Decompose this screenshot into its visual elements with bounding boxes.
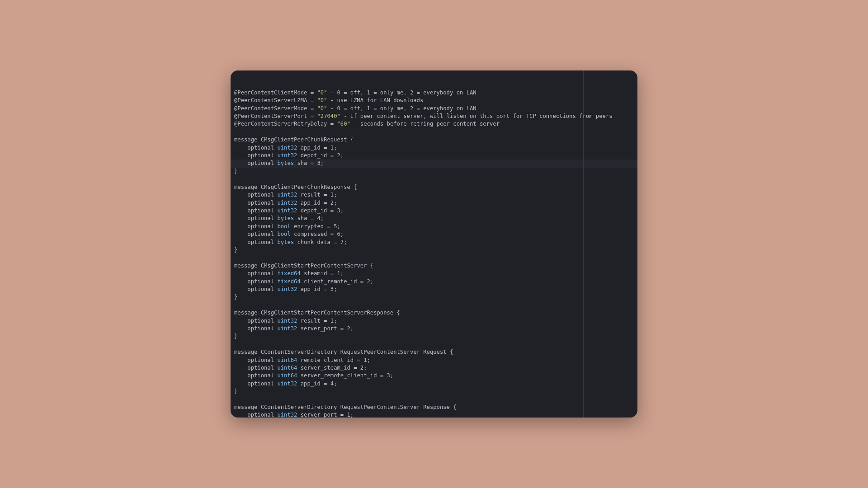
- code-area[interactable]: @PeerContentClientMode = "0" - 0 = off, …: [231, 70, 637, 418]
- code-editor-window: @PeerContentClientMode = "0" - 0 = off, …: [231, 70, 637, 418]
- code-content: @PeerContentClientMode = "0" - 0 = off, …: [234, 89, 637, 418]
